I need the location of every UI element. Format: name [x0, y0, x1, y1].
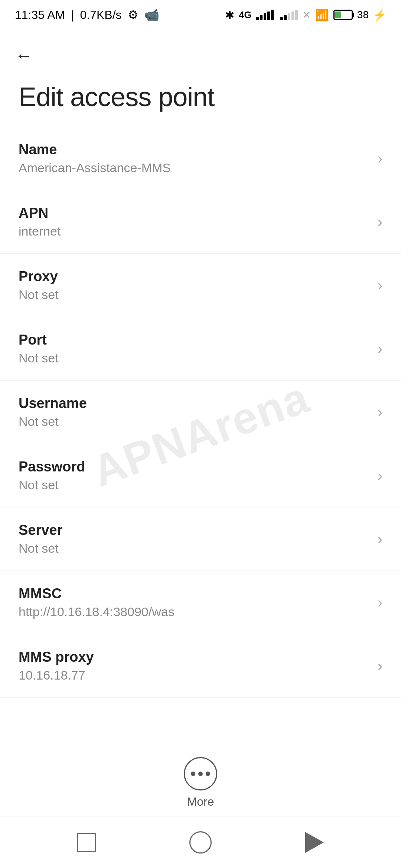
settings-item-port[interactable]: Port Not set › [0, 317, 401, 381]
bluetooth-icon: ✱ [225, 9, 234, 22]
recent-apps-icon [77, 833, 96, 852]
status-right: ✱ 4G ✕ 📶 38 ⚡ [225, 9, 386, 22]
settings-item-content: Password Not set [19, 459, 370, 492]
chevron-right-icon: › [378, 467, 382, 484]
signal-bars-1 [256, 10, 274, 20]
chevron-right-icon: › [378, 404, 382, 421]
settings-item-value: Not set [19, 478, 370, 492]
bar1 [256, 17, 259, 20]
time-display: 11:35 AM [15, 8, 65, 22]
bar5 [295, 10, 298, 20]
wifi-icon: 📶 [315, 9, 329, 22]
settings-item-mmsc[interactable]: MMSC http://10.16.18.4:38090/was › [0, 571, 401, 634]
settings-item-label: APN [19, 205, 370, 221]
chevron-right-icon: › [378, 150, 382, 167]
battery-fill [335, 11, 341, 18]
chevron-right-icon: › [378, 277, 382, 294]
bar2 [260, 15, 263, 20]
bar4 [267, 11, 270, 20]
settings-item-apn[interactable]: APN internet › [0, 190, 401, 254]
settings-item-name[interactable]: Name American-Assistance-MMS › [0, 127, 401, 190]
settings-item-value: 10.16.18.77 [19, 668, 370, 683]
settings-list: Name American-Assistance-MMS › APN inter… [0, 127, 401, 698]
chevron-right-icon: › [378, 214, 382, 230]
signal-bars-2 [280, 10, 298, 20]
recent-apps-button[interactable] [72, 828, 101, 857]
separator: | [71, 8, 74, 22]
speed-display: 0.7KB/s [80, 8, 122, 22]
back-nav-icon [305, 832, 324, 853]
home-button[interactable] [186, 828, 215, 857]
more-circle-icon [184, 757, 217, 790]
settings-item-label: Password [19, 459, 370, 475]
bar1 [280, 17, 283, 20]
dot-1 [191, 772, 195, 776]
chevron-right-icon: › [378, 594, 382, 611]
settings-item-content: Name American-Assistance-MMS [19, 142, 370, 175]
settings-item-value: Not set [19, 414, 370, 429]
back-nav-button[interactable] [300, 828, 329, 857]
chevron-right-icon: › [378, 531, 382, 548]
battery-icon [333, 10, 353, 20]
settings-item-content: Port Not set [19, 332, 370, 365]
settings-item-value: American-Assistance-MMS [19, 161, 370, 175]
settings-item-value: Not set [19, 351, 370, 365]
more-dots-icon [191, 772, 210, 776]
bar5 [271, 10, 274, 20]
network-4g-icon: 4G [239, 9, 252, 21]
bottom-nav [0, 816, 401, 868]
settings-item-value: Not set [19, 287, 370, 302]
back-arrow-icon: ← [15, 47, 33, 65]
bar4 [291, 11, 294, 20]
more-label: More [187, 795, 214, 809]
dot-2 [198, 772, 203, 776]
chevron-right-icon: › [378, 341, 382, 357]
bar3 [288, 13, 290, 20]
more-button[interactable]: More [0, 757, 401, 809]
bar2 [284, 15, 287, 20]
settings-item-label: Username [19, 395, 370, 411]
settings-item-content: Server Not set [19, 522, 370, 556]
back-area: ← [0, 30, 401, 74]
settings-item-label: Proxy [19, 269, 370, 285]
battery-percent: 38 [357, 9, 369, 21]
settings-item-password[interactable]: Password Not set › [0, 444, 401, 507]
settings-item-label: MMSC [19, 586, 370, 602]
settings-item-content: MMS proxy 10.16.18.77 [19, 649, 370, 683]
status-left: 11:35 AM | 0.7KB/s ⚙ 📹 [15, 8, 159, 22]
camera-icon: 📹 [144, 8, 159, 22]
settings-item-value: internet [19, 224, 370, 239]
settings-item-label: Server [19, 522, 370, 538]
settings-item-mms-proxy[interactable]: MMS proxy 10.16.18.77 › [0, 634, 401, 698]
settings-item-server[interactable]: Server Not set › [0, 507, 401, 571]
settings-item-content: APN internet [19, 205, 370, 239]
settings-item-content: MMSC http://10.16.18.4:38090/was [19, 586, 370, 619]
settings-item-label: Port [19, 332, 370, 348]
no-signal-icon: ✕ [302, 9, 311, 21]
settings-icon: ⚙ [128, 8, 138, 22]
settings-item-content: Username Not set [19, 395, 370, 429]
page-title: Edit access point [0, 74, 401, 127]
settings-item-content: Proxy Not set [19, 269, 370, 302]
status-bar: 11:35 AM | 0.7KB/s ⚙ 📹 ✱ 4G ✕ 📶 38 ⚡ [0, 0, 401, 30]
settings-item-proxy[interactable]: Proxy Not set › [0, 254, 401, 317]
home-icon [189, 831, 212, 854]
chevron-right-icon: › [378, 658, 382, 674]
dot-3 [206, 772, 210, 776]
settings-item-label: MMS proxy [19, 649, 370, 665]
settings-item-label: Name [19, 142, 370, 158]
settings-item-value: http://10.16.18.4:38090/was [19, 605, 370, 619]
bolt-icon: ⚡ [373, 9, 386, 21]
settings-item-username[interactable]: Username Not set › [0, 381, 401, 444]
settings-item-value: Not set [19, 541, 370, 556]
bar3 [264, 13, 266, 20]
back-button[interactable]: ← [15, 45, 45, 67]
